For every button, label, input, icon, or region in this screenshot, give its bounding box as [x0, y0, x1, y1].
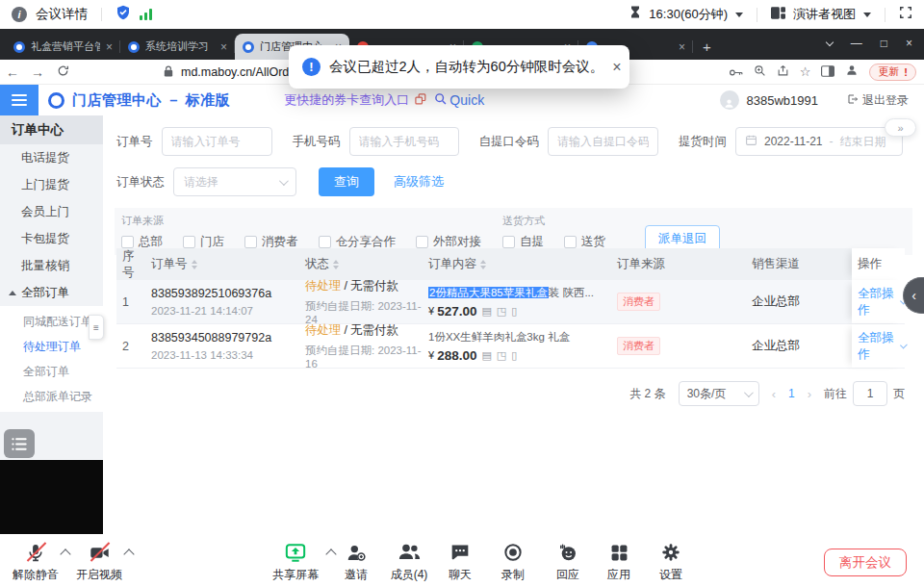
selected-text: 2份精品大果85苹果礼盒 [428, 287, 549, 298]
browser-tab[interactable]: 系统培训学习 × [120, 34, 235, 60]
lock-icon[interactable] [164, 64, 173, 81]
goto-suffix: 页 [893, 386, 905, 402]
record-button[interactable]: 录制 [482, 541, 544, 583]
app-title: 门店管理中心 － 标准版 [72, 91, 230, 110]
menu-toggle-button[interactable] [0, 85, 38, 115]
timer-dropdown-icon[interactable] [735, 13, 743, 17]
user-avatar[interactable] [720, 90, 739, 110]
browser-profile-icon[interactable] [845, 64, 859, 81]
page-size-select[interactable]: 30条/页 [679, 381, 759, 406]
table-row[interactable]: 1 83859389251069376a 2023-11-21 14:14:07… [116, 280, 905, 324]
phone-icon[interactable]: ▯ [511, 349, 517, 362]
signal-strength-icon[interactable] [140, 9, 152, 20]
sidebar-item-phone-pickup[interactable]: 电话提货 [0, 144, 103, 171]
phone-icon[interactable]: ▯ [511, 305, 517, 318]
next-page-button[interactable]: › [808, 387, 811, 401]
expand-filters-button[interactable]: » [885, 118, 916, 137]
promo-link[interactable]: 更快捷的券卡查询入口 [284, 91, 426, 109]
sidebar-item-member-visit[interactable]: 会员上门 [0, 198, 103, 225]
status-badge: 待处理 [305, 279, 342, 293]
receipt-icon[interactable]: ▤ [481, 305, 491, 318]
sort-icon[interactable] [333, 260, 339, 269]
share-screen-button[interactable]: 共享屏幕 [265, 541, 326, 583]
window-maximize-button[interactable]: □ [881, 37, 887, 50]
forward-icon[interactable]: → [25, 64, 50, 80]
new-tab-button[interactable]: + [703, 38, 711, 55]
view-mode-button[interactable]: 演讲者视图 [793, 6, 856, 23]
sort-icon[interactable] [192, 260, 197, 269]
quick-search-link[interactable]: Quick [434, 92, 484, 108]
all-actions-dropdown[interactable]: 全部操作 [858, 286, 896, 319]
prev-page-button[interactable]: ‹ [772, 387, 776, 401]
package-icon[interactable]: ◳ [497, 305, 506, 318]
order-no-input[interactable] [162, 127, 272, 156]
start-video-button[interactable]: 开启视频 [68, 541, 130, 583]
zoom-icon[interactable] [754, 64, 766, 81]
current-page[interactable]: 1 [788, 387, 795, 400]
tab-close-icon[interactable]: × [679, 40, 685, 54]
phone-input[interactable] [349, 127, 459, 156]
package-icon[interactable]: ◳ [497, 349, 506, 362]
view-dropdown-icon[interactable] [863, 13, 871, 17]
sort-icon[interactable] [480, 260, 486, 269]
start-date-value[interactable]: 2022-11-21 [764, 135, 823, 148]
checkbox[interactable] [564, 236, 577, 248]
advanced-filter-link[interactable]: 高级筛选 [394, 173, 444, 191]
toast-message: 会议已超过2人，自动转为60分钟限时会议。 [329, 58, 603, 76]
unmute-button[interactable]: 解除静音 [5, 541, 66, 583]
sidebar-subitem-all-orders[interactable]: 全部订单 [0, 359, 103, 384]
receipt-icon[interactable]: ▤ [481, 349, 491, 362]
sidebar-collapse-handle[interactable]: ≡ [89, 315, 104, 340]
order-status-select[interactable]: 请选择 [173, 167, 296, 196]
checkbox[interactable] [244, 236, 257, 248]
meeting-toast: ! 会议已超过2人，自动转为60分钟限时会议。 × [289, 45, 629, 89]
checkbox[interactable] [121, 236, 134, 248]
tab-close-icon[interactable]: × [220, 40, 227, 54]
col-content[interactable]: 订单内容 [423, 256, 611, 272]
checkbox[interactable] [416, 236, 428, 248]
checkbox[interactable] [502, 236, 515, 248]
back-icon[interactable]: ← [0, 64, 25, 80]
info-icon: i [12, 7, 27, 22]
browser-tab[interactable]: 礼盒营销平台管理中心 × [6, 34, 120, 60]
sidebar-item-door-pickup[interactable]: 上门提货 [0, 171, 103, 198]
checkbox[interactable] [183, 236, 195, 248]
sidebar-subitem-hq-dispatch-log[interactable]: 总部派单记录 [0, 384, 103, 409]
search-button[interactable]: 查询 [319, 167, 374, 196]
all-actions-dropdown[interactable]: 全部操作 [858, 330, 896, 363]
sidebar-subitem-city-delivery[interactable]: 同城配送订单 [0, 309, 103, 334]
gear-icon [661, 541, 680, 564]
goto-page-input[interactable] [853, 381, 887, 406]
checkbox[interactable] [319, 236, 331, 248]
window-close-button[interactable]: × [906, 37, 912, 50]
sidebar-group-all-orders[interactable]: 全部订单 [0, 279, 103, 306]
browser-update-button[interactable]: 更新 ! [869, 64, 916, 81]
order-list-float-button[interactable] [4, 429, 35, 458]
date-range-picker[interactable]: 2022-11-21 - 结束日期 [735, 127, 903, 156]
col-status[interactable]: 状态 [299, 256, 423, 272]
sidebar-item-card-pickup[interactable]: 卡包提货 [0, 225, 103, 252]
password-key-icon[interactable] [730, 64, 743, 81]
fullscreen-icon[interactable] [899, 6, 912, 23]
bookmark-star-icon[interactable]: ☆ [800, 64, 811, 79]
tab-favicon [13, 41, 25, 53]
tab-close-icon[interactable]: × [106, 40, 113, 54]
side-panel-icon[interactable] [821, 64, 834, 81]
logout-button[interactable]: 退出登录 [847, 92, 909, 109]
toast-close-icon[interactable]: × [612, 59, 621, 76]
leave-meeting-button[interactable]: 离开会议 [824, 549, 907, 576]
shield-check-icon[interactable] [116, 5, 131, 24]
window-minimize-button[interactable]: — [851, 37, 862, 50]
sidebar-subitem-pending-orders[interactable]: 待处理订单 [0, 334, 103, 359]
pickup-code-input[interactable] [548, 127, 658, 156]
share-icon[interactable] [777, 64, 789, 81]
col-order-no[interactable]: 订单号 [145, 256, 299, 272]
settings-button[interactable]: 设置 [640, 541, 702, 583]
table-row[interactable]: 2 83859345088979792a 2023-11-13 14:33:34… [116, 324, 905, 369]
sidebar-item-batch-verify[interactable]: 批量核销 [0, 252, 103, 279]
tab-search-icon[interactable] [825, 38, 833, 45]
meeting-details-button[interactable]: 会议详情 [36, 6, 88, 23]
end-date-placeholder[interactable]: 结束日期 [840, 134, 886, 150]
reload-icon[interactable] [50, 64, 75, 80]
col-channel: 销售渠道 [746, 256, 852, 272]
